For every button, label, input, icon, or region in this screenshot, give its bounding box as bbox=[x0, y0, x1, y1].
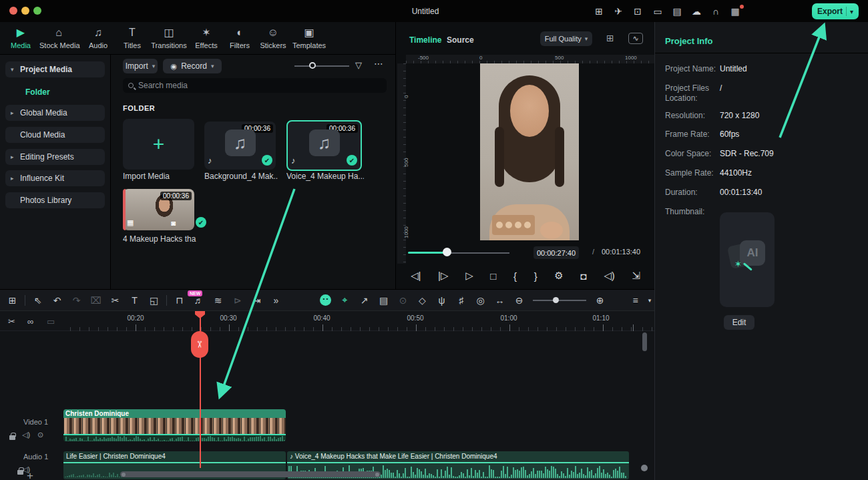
project-thumbnail[interactable]: AI ✶ bbox=[720, 212, 775, 307]
ruler-ticks[interactable]: 00:20 00:30 00:40 00:50 01:00 01:10 bbox=[63, 311, 654, 331]
undo-icon[interactable]: ↶ bbox=[47, 295, 67, 306]
media-item-background-audio[interactable]: 00:00:36 ♫ ♪ ✔ bbox=[204, 122, 276, 170]
edit-thumbnail-button[interactable]: Edit bbox=[724, 315, 754, 330]
search-media-box[interactable] bbox=[123, 78, 387, 93]
marker-icon[interactable]: ▭ bbox=[47, 316, 55, 326]
scrub-remaining[interactable] bbox=[447, 252, 509, 254]
timeline-zoom-slider[interactable] bbox=[533, 300, 586, 301]
video-clip[interactable]: Christen Dominique bbox=[63, 409, 286, 441]
slider-knob[interactable] bbox=[553, 297, 559, 303]
mark-out-button[interactable]: } bbox=[534, 270, 537, 282]
video-viewport[interactable] bbox=[480, 63, 579, 240]
audio-mixer-icon[interactable]: ♯ bbox=[451, 295, 471, 306]
tab-transitions[interactable]: ◫Transitions bbox=[150, 25, 188, 49]
more-options-icon[interactable]: ⋯ bbox=[374, 58, 383, 69]
scrollbar-dot[interactable] bbox=[641, 465, 648, 471]
sidebar-item-editing-presets[interactable]: ▸ Editing Presets bbox=[5, 149, 105, 165]
mask-icon[interactable]: ◇ bbox=[413, 295, 432, 306]
ai-copilot-icon[interactable] bbox=[320, 294, 331, 306]
scrub-knob[interactable] bbox=[443, 248, 451, 256]
snapshot-button[interactable]: ◘ bbox=[580, 270, 586, 282]
tab-media[interactable]: ▶Media bbox=[1, 25, 40, 49]
import-media-tile[interactable]: + bbox=[123, 119, 194, 170]
play-button[interactable]: ▷ bbox=[465, 270, 473, 282]
link-clips-icon[interactable]: ∞ bbox=[27, 316, 33, 326]
cloud-upload-icon[interactable]: ☁ bbox=[689, 5, 704, 18]
mark-in-button[interactable]: { bbox=[513, 270, 517, 282]
chevron-down-icon[interactable]: ▾ bbox=[645, 297, 654, 304]
tab-timeline[interactable]: Timeline bbox=[409, 35, 441, 45]
tab-audio[interactable]: ♫Audio bbox=[79, 25, 118, 49]
tab-stock-media[interactable]: ⌂Stock Media bbox=[39, 25, 78, 49]
track-manager-icon[interactable]: ≡ bbox=[626, 295, 645, 306]
playback-settings-button[interactable]: ⚙ bbox=[554, 270, 563, 282]
collapse-arrow-icon[interactable]: ▸ bbox=[11, 175, 16, 182]
sidebar-item-global-media[interactable]: ▸ Global Media bbox=[5, 105, 105, 121]
vertical-scrollbar[interactable] bbox=[642, 332, 647, 351]
next-frame-button[interactable]: |▷ bbox=[438, 270, 448, 282]
scrub-progress[interactable] bbox=[408, 252, 447, 254]
share-icon[interactable]: ✈ bbox=[611, 5, 626, 18]
microphone-icon[interactable]: ψ bbox=[432, 295, 451, 306]
current-timecode[interactable]: 00:00:27:40 bbox=[533, 246, 579, 259]
chevron-down-icon[interactable]: ▾ bbox=[850, 8, 853, 15]
magnetic-timeline-icon[interactable]: ⊓ bbox=[170, 295, 189, 306]
touchbar-icon[interactable]: ▭ bbox=[650, 5, 665, 18]
quick-split-icon[interactable]: ✂ bbox=[8, 316, 15, 326]
fullscreen-button[interactable]: ⇲ bbox=[632, 270, 640, 282]
minimize-window-button[interactable] bbox=[21, 7, 29, 15]
text-tool-icon[interactable]: T bbox=[125, 295, 144, 306]
timeline-ruler[interactable]: ✂ ∞ ▭ 00:20 00:30 00:40 00:50 01:00 01:1… bbox=[0, 311, 654, 331]
fit-timeline-icon[interactable]: ↔ bbox=[490, 295, 509, 306]
scope-icon[interactable]: ∿ bbox=[628, 33, 643, 44]
video-ai-icon[interactable]: ⊳ bbox=[228, 295, 247, 306]
horizontal-scrollbar[interactable] bbox=[120, 471, 381, 477]
collapse-arrow-icon[interactable]: ▸ bbox=[11, 154, 16, 160]
sidebar-item-folder[interactable]: Folder bbox=[5, 84, 105, 100]
export-clip-icon[interactable]: ↗ bbox=[355, 295, 374, 306]
media-item-voice-audio-selected[interactable]: 00:00:36 ♫ ♪ ✔ bbox=[286, 120, 362, 171]
redo-icon[interactable]: ↷ bbox=[67, 295, 86, 306]
split-at-playhead-button[interactable]: ✂ bbox=[191, 331, 208, 358]
close-window-button[interactable] bbox=[9, 7, 17, 15]
more-tools-icon[interactable]: » bbox=[266, 295, 286, 306]
export-button[interactable]: Export ▾ bbox=[812, 3, 859, 19]
multiview-icon[interactable]: ⊞ bbox=[606, 33, 614, 43]
gift-icon[interactable]: ⊞ bbox=[592, 5, 606, 18]
sidebar-item-project-media[interactable]: ▾ Project Media bbox=[5, 61, 105, 77]
filter-icon[interactable]: ▽ bbox=[355, 60, 362, 70]
collapse-arrow-icon[interactable]: ▸ bbox=[11, 109, 16, 116]
zoom-window-button[interactable] bbox=[33, 7, 41, 15]
voiceover-record-icon[interactable]: ⊙ bbox=[393, 295, 413, 306]
sidebar-item-influence-kit[interactable]: ▸ Influence Kit bbox=[5, 170, 105, 186]
select-tool-icon[interactable]: ⇖ bbox=[28, 295, 47, 306]
lock-icon[interactable] bbox=[9, 435, 15, 440]
mute-icon[interactable]: ◁) bbox=[22, 431, 30, 439]
record-button[interactable]: ◉ Record ▾ bbox=[163, 59, 222, 73]
visibility-icon[interactable]: ⊙ bbox=[37, 431, 43, 439]
volume-button[interactable]: ◁) bbox=[604, 270, 615, 282]
zoom-in-icon[interactable]: ⊕ bbox=[590, 295, 610, 306]
crop-icon[interactable]: ◱ bbox=[144, 295, 164, 306]
sidebar-item-cloud-media[interactable]: Cloud Media bbox=[5, 127, 105, 143]
auto-reframe-icon[interactable]: ⌖ bbox=[335, 294, 355, 306]
support-icon[interactable]: ∩ bbox=[708, 5, 723, 18]
zoom-out-icon[interactable]: ⊖ bbox=[509, 295, 529, 306]
workspace-grid-icon[interactable]: ⊞ bbox=[3, 295, 22, 306]
render-preview-icon[interactable]: ◎ bbox=[471, 295, 490, 306]
thumbnail-size-slider[interactable] bbox=[294, 65, 349, 67]
sidebar-item-photos-library[interactable]: Photos Library bbox=[5, 192, 105, 208]
insert-clip-icon[interactable]: ⇥ bbox=[247, 295, 266, 306]
tab-source[interactable]: Source bbox=[447, 35, 474, 45]
save-icon[interactable]: ▤ bbox=[670, 5, 684, 18]
import-button[interactable]: Import ▾ bbox=[123, 59, 158, 73]
tab-templates[interactable]: ▣Templates bbox=[290, 25, 329, 49]
export-frame-icon[interactable]: ▤ bbox=[374, 295, 393, 306]
search-input[interactable] bbox=[138, 81, 381, 90]
previous-frame-button[interactable]: ◁| bbox=[411, 270, 421, 282]
media-item-makeup-video[interactable]: 00:00:36 ▦ ◙ ✔ bbox=[123, 189, 194, 230]
tab-titles[interactable]: TTitles bbox=[113, 25, 152, 49]
quality-selector[interactable]: Full Quality ▾ bbox=[540, 31, 592, 46]
delete-icon[interactable]: ⌧ bbox=[86, 295, 105, 306]
expand-arrow-icon[interactable]: ▾ bbox=[11, 66, 16, 73]
